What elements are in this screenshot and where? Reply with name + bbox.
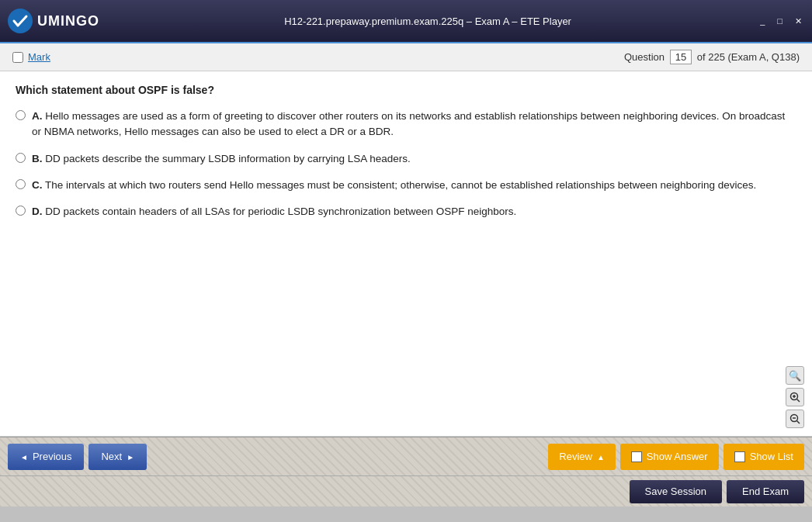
main-content: Which statement about OSPF is false? A. … — [0, 71, 812, 437]
show-list-button[interactable]: Show List — [724, 444, 804, 470]
logo-area: UMINGO — [6, 7, 99, 35]
option-b-text: B. DD packets describe the summary LSDB … — [32, 151, 411, 167]
mark-section: Mark — [12, 51, 50, 63]
radio-b[interactable] — [16, 153, 26, 163]
svg-point-0 — [8, 9, 33, 33]
next-label: Next — [101, 451, 122, 462]
option-d-text: D. DD packets contain headers of all LSA… — [32, 204, 516, 220]
option-b: B. DD packets describe the summary LSDB … — [16, 151, 796, 167]
next-arrow-icon — [127, 451, 134, 462]
review-arrow-icon — [597, 451, 605, 462]
radio-c[interactable] — [16, 179, 26, 189]
review-label: Review — [559, 451, 592, 462]
logo: UMINGO — [6, 7, 99, 35]
previous-label: Previous — [33, 451, 72, 462]
maximize-button[interactable]: □ — [773, 15, 786, 27]
save-session-button[interactable]: Save Session — [630, 480, 723, 503]
question-number: 15 — [670, 50, 692, 64]
radio-d[interactable] — [16, 206, 26, 216]
list-checkbox-icon — [734, 451, 745, 462]
option-d: D. DD packets contain headers of all LSA… — [16, 204, 796, 220]
logo-text: UMINGO — [37, 13, 99, 29]
end-exam-label: End Exam — [742, 486, 789, 497]
question-total: of 225 (Exam A, Q138) — [697, 51, 800, 63]
mark-checkbox[interactable] — [12, 52, 23, 63]
next-button[interactable]: Next — [88, 444, 147, 470]
question-label: Question — [624, 51, 665, 63]
save-bar: Save Session End Exam — [0, 475, 812, 506]
zoom-in-button[interactable] — [786, 388, 804, 406]
vumingo-logo — [6, 7, 34, 35]
radio-a[interactable] — [16, 110, 26, 120]
previous-button[interactable]: Previous — [8, 444, 84, 470]
zoom-controls: 🔍 — [786, 366, 804, 428]
save-session-label: Save Session — [645, 486, 707, 497]
close-button[interactable]: ✕ — [791, 15, 806, 28]
window-controls: _ □ ✕ — [756, 15, 806, 28]
review-button[interactable]: Review — [548, 444, 616, 470]
search-icon[interactable]: 🔍 — [786, 366, 804, 385]
title-bar: UMINGO H12-221.prepaway.premium.exam.225… — [0, 0, 812, 43]
prev-arrow-icon — [20, 451, 28, 462]
option-a: A. Hello messages are used as a form of … — [16, 109, 796, 140]
mark-label[interactable]: Mark — [28, 51, 50, 63]
svg-line-6 — [797, 421, 800, 424]
bottom-toolbar: Previous Next Review Show Answer Show Li… — [0, 437, 812, 475]
svg-line-2 — [797, 399, 800, 403]
show-answer-label: Show Answer — [647, 451, 708, 462]
show-answer-button[interactable]: Show Answer — [620, 444, 719, 470]
zoom-out-button[interactable] — [786, 410, 804, 428]
question-info: Question 15 of 225 (Exam A, Q138) — [624, 50, 800, 64]
window-title: H12-221.prepaway.premium.exam.225q – Exa… — [99, 16, 756, 27]
question-text: Which statement about OSPF is false? — [16, 84, 796, 96]
minimize-button[interactable]: _ — [756, 15, 769, 27]
show-list-label: Show List — [750, 451, 793, 462]
option-c-text: C. The intervals at which two routers se… — [32, 178, 756, 193]
mark-bar: Mark Question 15 of 225 (Exam A, Q138) — [0, 43, 812, 71]
option-c: C. The intervals at which two routers se… — [16, 178, 796, 193]
option-a-text: A. Hello messages are used as a form of … — [32, 109, 796, 140]
answer-checkbox-icon — [631, 451, 642, 462]
end-exam-button[interactable]: End Exam — [727, 480, 804, 503]
